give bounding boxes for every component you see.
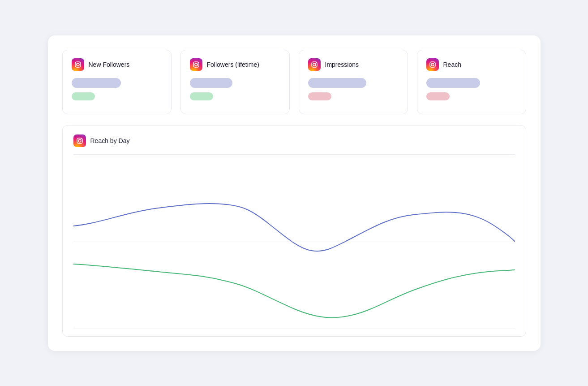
- svg-point-15: [434, 62, 435, 63]
- chart-divider-bottom: [73, 329, 515, 329]
- chart-header: Reach by Day: [73, 134, 515, 147]
- skeleton-value-bar: [426, 78, 480, 88]
- skeleton-tag-bar: [190, 92, 213, 100]
- instagram-icon: [72, 58, 84, 71]
- instagram-icon: [73, 134, 86, 147]
- chart-divider-mid: [73, 242, 515, 242]
- svg-point-19: [81, 138, 82, 139]
- card-header: Followers (lifetime): [190, 58, 280, 71]
- card-header: New Followers: [72, 58, 162, 71]
- instagram-icon: [308, 58, 321, 71]
- green-line: [73, 264, 515, 317]
- card-title: Followers (lifetime): [207, 61, 259, 68]
- card-header: Reach: [426, 58, 517, 71]
- svg-rect-12: [426, 58, 439, 71]
- skeleton-tag-bar: [72, 92, 95, 100]
- instagram-icon: [426, 58, 439, 71]
- svg-rect-16: [73, 134, 86, 147]
- card-title: Reach: [443, 61, 461, 68]
- chart-divider-top: [73, 154, 515, 155]
- svg-point-7: [197, 62, 198, 63]
- reach-by-day-chart: Reach by Day: [62, 125, 526, 337]
- chart-area: [73, 154, 515, 329]
- dashboard-container: New Followers: [48, 35, 541, 351]
- card-new-followers: New Followers: [62, 50, 172, 114]
- card-followers-lifetime: Followers (lifetime): [180, 50, 290, 114]
- svg-point-3: [79, 62, 80, 63]
- skeleton-value-bar: [72, 78, 121, 88]
- skeleton-value-bar: [308, 78, 366, 88]
- svg-rect-4: [190, 58, 202, 71]
- card-title: Impressions: [325, 61, 359, 68]
- skeleton-tag-bar: [426, 92, 450, 100]
- instagram-icon: [190, 58, 202, 71]
- svg-rect-8: [308, 58, 321, 71]
- card-reach: Reach: [417, 50, 526, 114]
- metric-cards-row: New Followers: [62, 50, 526, 114]
- card-title: New Followers: [89, 61, 130, 68]
- svg-point-11: [316, 62, 317, 63]
- blue-line: [73, 204, 515, 251]
- skeleton-value-bar: [190, 78, 232, 88]
- svg-rect-0: [72, 58, 84, 71]
- chart-title: Reach by Day: [90, 137, 130, 144]
- card-impressions: Impressions: [299, 50, 408, 114]
- card-header: Impressions: [308, 58, 399, 71]
- skeleton-tag-bar: [308, 92, 331, 100]
